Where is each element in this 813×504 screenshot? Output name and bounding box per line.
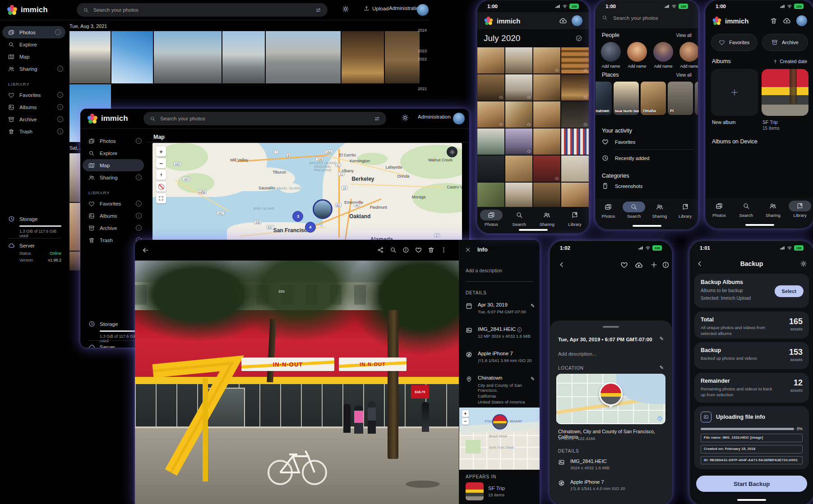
sync-cloud-icon[interactable] [783, 17, 791, 25]
nav-search[interactable]: Search [507, 210, 532, 227]
back-icon[interactable] [142, 247, 149, 254]
start-backup-button[interactable]: Start Backup [696, 476, 807, 492]
sidebar-item-sharing[interactable]: Sharingi [0, 63, 68, 75]
sidebar-item-photos[interactable]: Photosi [2, 26, 65, 38]
theme-toggle-icon[interactable] [342, 5, 349, 13]
screenshots-row[interactable]: Screenshots [602, 183, 642, 189]
map-attribution-icon[interactable] [657, 416, 663, 422]
back-chevron-icon[interactable] [558, 261, 565, 268]
favorites-pill[interactable]: Favorites [711, 34, 758, 51]
user-avatar[interactable] [796, 15, 807, 26]
photo-thumbnail[interactable] [505, 128, 532, 155]
sidebar-item-archive[interactable]: Archivei [0, 113, 68, 125]
recently-added-row[interactable]: Recently added [602, 155, 649, 161]
photo-thumbnail[interactable] [533, 183, 560, 209]
administration-link[interactable]: Administration [418, 114, 451, 119]
nav-sharing[interactable]: Sharing [647, 202, 672, 219]
sort-control[interactable]: Created date [773, 59, 807, 64]
photo-thumbnail[interactable] [111, 31, 152, 83]
photo-thumbnail[interactable] [505, 183, 532, 209]
photo-thumbnail[interactable] [533, 128, 560, 155]
search-input[interactable]: Search your photos [143, 112, 386, 125]
nav-library[interactable]: Library [787, 201, 813, 218]
person-item[interactable]: Add name [627, 42, 647, 69]
add-name-link[interactable]: Add name [680, 64, 698, 69]
photo-thumbnail[interactable] [477, 183, 504, 209]
album-link-row[interactable]: SF Trip 15 items [466, 482, 505, 500]
add-name-link[interactable]: Add name [628, 64, 646, 69]
album-card[interactable] [762, 69, 808, 116]
filter-icon[interactable] [374, 116, 380, 122]
sidebar-item-trash[interactable]: Trashi [0, 125, 68, 137]
select-all-icon[interactable] [575, 35, 582, 42]
place-card[interactable]: Omaha [641, 82, 666, 115]
upload-button[interactable]: Upload [364, 5, 388, 11]
favorite-icon[interactable] [620, 261, 628, 269]
photo-thumbnail[interactable] [477, 74, 504, 101]
close-icon[interactable] [465, 247, 471, 253]
photo-thumbnail[interactable] [533, 47, 560, 73]
edit-date-icon[interactable]: ✎ [531, 303, 535, 309]
map-cluster-marker[interactable]: 3 [292, 211, 303, 222]
photo-thumbnail[interactable] [477, 47, 504, 73]
asset-info-icon[interactable]: i [517, 327, 522, 332]
location-map[interactable] [556, 374, 665, 424]
search-input[interactable]: Search your photos [602, 15, 693, 21]
photo-thumbnail[interactable] [505, 156, 532, 182]
user-avatar[interactable] [572, 15, 582, 26]
favorite-icon[interactable] [415, 247, 422, 253]
edit-location-icon[interactable]: ✎ [660, 365, 664, 371]
immich-logo[interactable]: immich [88, 114, 128, 124]
map-canvas[interactable]: Walnut Creek Lafayette Mill Valley El Ce… [152, 143, 462, 243]
photo-thumbnail[interactable] [222, 31, 264, 83]
sidebar-item-photos[interactable]: Photosi [80, 135, 146, 147]
map-photo-marker[interactable] [492, 414, 508, 430]
drag-handle[interactable] [603, 326, 619, 328]
theme-toggle-icon[interactable] [402, 114, 409, 121]
photo-thumbnail[interactable] [477, 128, 504, 155]
info-icon[interactable] [662, 261, 670, 269]
select-button[interactable]: Select [775, 285, 804, 297]
nav-search[interactable]: Search [734, 201, 759, 218]
new-album-card[interactable] [711, 69, 758, 116]
photo-thumbnail[interactable] [561, 47, 589, 73]
photo-thumbnail[interactable] [505, 47, 532, 73]
favorites-row[interactable]: Favorites [602, 138, 635, 145]
photo-thumbnail[interactable] [561, 128, 589, 155]
description-input[interactable]: Add a description [466, 268, 502, 273]
photo-thumbnail[interactable] [505, 101, 532, 128]
nav-photos[interactable]: Photos [707, 201, 732, 218]
photo-thumbnail[interactable] [266, 31, 341, 83]
gear-icon[interactable] [800, 260, 807, 267]
zoom-out-button[interactable]: − [156, 158, 166, 168]
sidebar-item-sharing[interactable]: Sharingi [80, 171, 146, 183]
photo-thumbnail[interactable] [561, 74, 589, 101]
upload-cloud-icon[interactable] [635, 261, 643, 269]
photo-thumbnail[interactable] [533, 101, 560, 128]
immich-logo[interactable]: immich [7, 5, 48, 15]
sidebar-item-map[interactable]: Map [83, 159, 144, 171]
add-name-link[interactable]: Add name [601, 64, 620, 69]
photo-thumbnail[interactable] [154, 31, 222, 83]
person-item[interactable]: Add name [653, 42, 673, 69]
add-name-link[interactable]: Add name [654, 64, 672, 69]
photo-thumbnail[interactable] [561, 156, 589, 182]
home-indicator[interactable] [737, 499, 766, 501]
photo-thumbnail[interactable] [342, 31, 383, 83]
filter-icon[interactable] [315, 7, 321, 13]
fullscreen-button[interactable] [156, 193, 166, 203]
person-item[interactable]: Add name [601, 42, 621, 69]
zoom-icon[interactable] [390, 247, 397, 253]
info-icon[interactable] [402, 247, 409, 253]
nav-library[interactable]: Library [562, 210, 587, 227]
map-cluster-marker[interactable]: 4 [305, 222, 316, 233]
share-icon[interactable] [377, 247, 384, 253]
place-card[interactable]: Pi [668, 82, 693, 115]
photo-thumbnail[interactable] [477, 156, 504, 182]
search-input[interactable]: Search your photos [77, 3, 328, 17]
photo-thumbnail[interactable] [561, 101, 589, 128]
map-settings-button[interactable] [447, 147, 457, 157]
place-card[interactable] [695, 82, 698, 115]
zoom-in-button[interactable]: + [462, 410, 469, 417]
photo-thumbnail[interactable] [561, 183, 589, 209]
